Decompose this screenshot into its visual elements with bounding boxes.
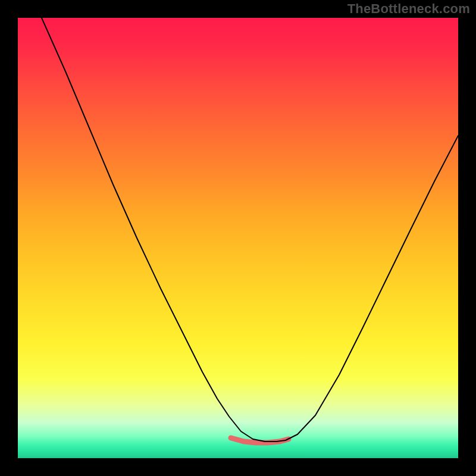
chart-area xyxy=(18,18,458,458)
watermark-text: TheBottleneck.com xyxy=(347,1,470,17)
bottleneck-curve xyxy=(18,18,458,458)
curve-line xyxy=(42,18,458,441)
